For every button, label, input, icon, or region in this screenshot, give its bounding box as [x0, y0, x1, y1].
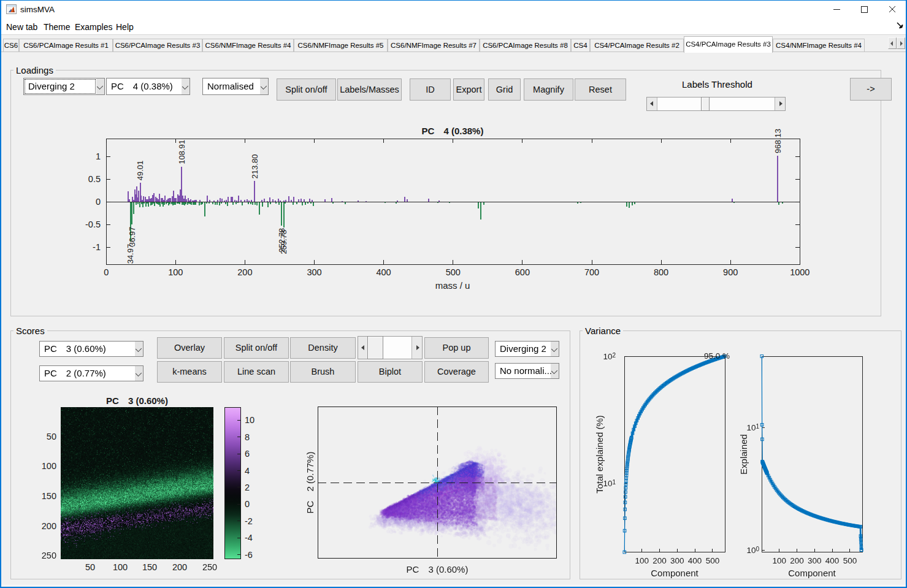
svg-text:101: 101 — [603, 479, 616, 488]
svg-text:Component: Component — [651, 568, 698, 578]
svg-text:200: 200 — [653, 556, 667, 565]
svg-text:400: 400 — [688, 556, 702, 565]
svg-text:Explained: Explained — [738, 434, 749, 475]
svg-text:100: 100 — [635, 556, 649, 565]
svg-text:200: 200 — [790, 556, 804, 565]
svg-text:300: 300 — [808, 556, 822, 565]
svg-text:300: 300 — [670, 556, 684, 565]
svg-text:500: 500 — [706, 556, 720, 565]
svg-text:400: 400 — [825, 556, 840, 565]
svg-text:Component: Component — [788, 568, 836, 578]
svg-text:102: 102 — [603, 352, 616, 361]
svg-text:95.0 %: 95.0 % — [704, 351, 730, 361]
svg-text:101: 101 — [746, 423, 759, 432]
svg-text:Total explained (%): Total explained (%) — [594, 415, 605, 494]
svg-text:100: 100 — [746, 546, 759, 555]
svg-text:500: 500 — [843, 556, 857, 565]
svg-text:100: 100 — [773, 556, 787, 565]
